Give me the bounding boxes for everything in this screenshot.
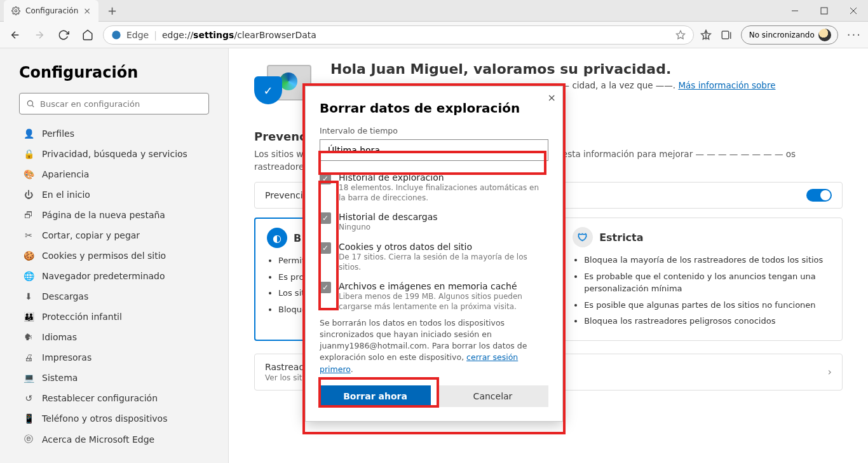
shield-icon: ✓ [254,76,282,104]
checkbox-checked-icon[interactable]: ✓ [320,282,331,293]
option-description: Libera menos de 199 MB. Algunos sitios p… [339,291,543,312]
card-bullet: Es probable que el contenido y los anunc… [584,270,831,295]
sidebar-item[interactable]: 👪Protección infantil [19,307,209,327]
hero-title: Hola Juan Miguel, valoramos su privacida… [330,61,775,77]
home-button[interactable] [79,26,97,44]
sidebar-item[interactable]: ⏻En el inicio [19,184,209,205]
sidebar-item[interactable]: 🗣Idiomas [19,327,209,347]
edge-logo-icon [280,73,297,90]
dialog-sync-note: Se borrarán los datos en todos los dispo… [320,317,548,375]
gear-icon [11,6,20,15]
card-bullet: Bloquea la mayoría de los rastreadores d… [584,254,831,266]
new-tab-button[interactable]: + [104,4,121,17]
nav-item-label: Cookies y permisos del sitio [42,251,166,261]
sidebar-item[interactable]: 🌐Navegador predeterminado [19,266,209,286]
chevron-down-icon: ⌄ [532,145,540,155]
window-maximize-button[interactable] [810,0,839,22]
svg-point-10 [27,100,32,106]
sidebar-item[interactable]: 🔒Privacidad, búsqueda y servicios [19,144,209,164]
settings-search[interactable] [19,93,209,114]
sidebar-item[interactable]: 🗗Página de la nueva pestaña [19,205,209,225]
tracking-prevention-toggle[interactable] [806,189,832,202]
sidebar-item[interactable]: 🖨Impresoras [19,347,209,368]
nav-item-icon: ↺ [23,393,34,403]
window-minimize-button[interactable] [780,0,810,22]
forward-button[interactable] [31,26,48,44]
nav-item-icon: 👤 [23,128,34,139]
nav-item-label: Navegador predeterminado [42,271,165,281]
nav-item-label: Privacidad, búsqueda y servicios [42,149,187,159]
card-bullet: Es posible que algunas partes de los sit… [584,299,831,312]
option-title: Archivos e imágenes en memoria caché [339,281,543,291]
nav-item-label: En el inicio [42,190,90,200]
option-title: Historial de descargas [339,212,438,222]
shield-outline-icon: 🛡 [573,227,593,247]
search-input[interactable] [40,99,202,109]
nav-item-label: Descargas [42,291,88,301]
option-description: 18 elementos. Incluye finalizaciones aut… [339,183,543,203]
svg-line-11 [32,106,34,107]
nav-item-icon: 💻 [23,373,34,383]
svg-point-5 [112,31,120,39]
sidebar-item[interactable]: ⬇Descargas [19,286,209,307]
chevron-right-icon: › [828,366,832,378]
option-title: Historial de exploración [339,172,543,183]
cancel-button[interactable]: Cancelar [437,385,548,407]
nav-item-label: Perfiles [42,128,74,139]
svg-marker-6 [676,31,684,39]
time-range-dropdown[interactable]: Última hora ⌄ [320,139,548,161]
dialog-title: Borrar datos de exploración [320,100,548,116]
checkbox-checked-icon[interactable]: ✓ [320,173,331,184]
sidebar-item[interactable]: 📱Teléfono y otros dispositivos [19,408,209,429]
nav-item-label: Restablecer configuración [42,393,158,403]
url-separator: | [154,30,157,40]
clear-data-option[interactable]: ✓Archivos e imágenes en memoria cachéLib… [320,281,543,312]
sidebar-item[interactable]: ✂Cortar, copiar y pegar [19,225,209,245]
option-description: De 17 sitios. Cierra la sesión de la may… [339,252,543,272]
sidebar-item[interactable]: ↺Restablecer configuración [19,388,209,408]
clear-data-option[interactable]: ✓Cookies y otros datos del sitioDe 17 si… [320,242,543,272]
clear-now-button[interactable]: Borrar ahora [320,385,431,407]
time-range-label: Intervalo de tiempo [320,126,548,135]
back-button[interactable] [6,26,24,44]
sync-status-button[interactable]: No sincronizando [741,25,838,45]
sidebar-item[interactable]: ⓔAcerca de Microsoft Edge [19,429,209,450]
svg-rect-2 [821,8,827,14]
checkbox-checked-icon[interactable]: ✓ [320,242,331,254]
nav-item-label: Idiomas [42,332,77,342]
window-close-button[interactable] [839,0,868,22]
nav-item-icon: 🗣 [23,332,34,342]
checkbox-checked-icon[interactable]: ✓ [320,212,331,224]
url-text: edge://settings/clearBrowserData [162,30,316,40]
sidebar-item[interactable]: 👤Perfiles [19,123,209,144]
sidebar-item[interactable]: 💻Sistema [19,368,209,388]
more-icon[interactable]: ··· [847,28,862,41]
favorite-star-icon[interactable] [675,30,686,40]
nav-item-icon: ⬇ [23,291,34,301]
nav-item-label: Apariencia [42,169,89,179]
hero-learn-more-link[interactable]: Más información sobre [678,80,775,90]
settings-sidebar: Configuración 👤Perfiles🔒Privacidad, búsq… [0,48,229,463]
nav-item-icon: 🔒 [23,149,34,159]
collections-icon[interactable] [721,29,732,41]
address-bar[interactable]: Edge | edge://settings/clearBrowserData [103,25,694,45]
window-titlebar: Configuración × + [0,0,868,22]
tab-close-icon[interactable]: × [83,6,91,16]
card-basic-title: B [294,232,301,244]
refresh-button[interactable] [55,26,72,44]
balance-icon: ◐ [267,228,287,248]
nav-item-icon: ✂ [23,230,34,240]
svg-rect-9 [722,31,729,39]
nav-item-icon: 👪 [23,312,34,322]
favorites-icon[interactable] [700,29,712,41]
dialog-close-button[interactable]: × [548,92,556,104]
svg-point-0 [15,10,17,12]
nav-item-label: Teléfono y otros dispositivos [42,413,167,424]
option-description: Ninguno [339,222,438,232]
sidebar-item[interactable]: 🎨Apariencia [19,164,209,184]
browser-tab[interactable]: Configuración × [4,0,98,22]
sidebar-item[interactable]: 🍪Cookies y permisos del sitio [19,245,209,266]
clear-data-option[interactable]: ✓Historial de descargasNinguno [320,212,543,232]
prevention-card-strict[interactable]: 🛡 Estricta Bloquea la mayoría de los ras… [560,218,843,341]
clear-data-option[interactable]: ✓Historial de exploración18 elementos. I… [320,172,543,203]
